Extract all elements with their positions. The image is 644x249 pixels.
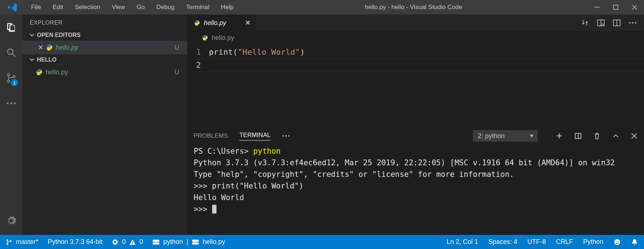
status-indent[interactable]: Spaces: 4 (488, 238, 517, 246)
svg-point-35 (618, 241, 619, 242)
svg-point-2 (8, 49, 13, 54)
svg-point-6 (13, 75, 15, 78)
compare-changes-icon[interactable] (581, 19, 589, 27)
python-file-icon (35, 69, 43, 76)
open-editors-section[interactable]: OPEN EDITORS (22, 30, 187, 41)
settings-gear-icon[interactable] (4, 213, 19, 228)
terminal-select[interactable]: 2: python (473, 130, 538, 142)
open-editor-item[interactable]: ✕ hello.py U (22, 41, 187, 54)
svg-point-33 (614, 239, 620, 245)
status-kernel[interactable]: python | hello.py (152, 238, 225, 246)
editor-tabs: hello.py ✕ (187, 14, 644, 31)
menu-file[interactable]: File (25, 0, 47, 14)
token-string: "Hello World" (237, 47, 300, 57)
menu-edit[interactable]: Edit (47, 0, 69, 14)
panel-tabs: PROBLEMS TERMINAL 2: python (187, 128, 644, 144)
window-controls (588, 0, 644, 14)
file-tree-filename: hello.py (46, 69, 68, 76)
explorer-icon[interactable] (4, 20, 19, 35)
python-file-icon (46, 44, 53, 51)
source-control-icon[interactable]: 1 (4, 70, 19, 86)
svg-point-24 (7, 243, 8, 244)
svg-point-9 (14, 102, 16, 104)
status-sep: | (186, 238, 188, 246)
maximize-panel-icon[interactable] (612, 132, 619, 140)
svg-point-16 (632, 22, 634, 24)
close-button[interactable] (625, 0, 644, 14)
open-changes-icon[interactable] (597, 19, 605, 27)
terminal-selector[interactable]: 2: python (473, 130, 538, 142)
editor-tab[interactable]: hello.py ✕ (187, 14, 256, 31)
svg-rect-31 (192, 240, 199, 242)
panel-more-icon[interactable] (282, 135, 290, 137)
menu-bar: File Edit Selection View Go Debug Termin… (25, 0, 239, 14)
panel-tab-terminal[interactable]: TERMINAL (239, 132, 270, 141)
status-interpreter[interactable]: Python 3.7.3 64-bit (48, 238, 102, 246)
svg-rect-32 (192, 242, 199, 244)
status-eol[interactable]: CRLF (556, 238, 573, 246)
menu-go[interactable]: Go (131, 0, 151, 14)
more-actions-icon[interactable] (629, 22, 637, 24)
code-editor[interactable]: 1 2 print("Hello World") (187, 44, 644, 128)
status-cursor-pos[interactable]: Ln 2, Col 1 (447, 238, 478, 246)
status-problems[interactable]: 0 0 (112, 238, 143, 246)
open-editors-label: OPEN EDITORS (37, 32, 81, 38)
editor-tab-label: hello.py (204, 19, 226, 27)
notifications-bell-icon[interactable] (631, 238, 638, 246)
menu-view[interactable]: View (106, 0, 131, 14)
terminal-cursor (212, 205, 216, 213)
svg-rect-28 (132, 243, 133, 244)
status-bar: master* Python 3.7.3 64-bit 0 0 python |… (0, 235, 644, 249)
chevron-down-icon (30, 58, 34, 62)
title-bar: File Edit Selection View Go Debug Termin… (0, 0, 644, 14)
close-editor-icon[interactable]: ✕ (35, 43, 46, 51)
python-file-icon (194, 20, 200, 26)
new-terminal-icon[interactable] (556, 132, 563, 140)
split-terminal-icon[interactable] (574, 132, 582, 140)
svg-point-19 (285, 135, 287, 137)
panel-tab-problems[interactable]: PROBLEMS (194, 132, 228, 140)
status-language[interactable]: Python (583, 238, 603, 246)
svg-point-15 (629, 22, 631, 24)
menu-terminal[interactable]: Terminal (180, 0, 215, 14)
breadcrumb-label: hello.py (212, 34, 234, 42)
server-icon (152, 239, 160, 245)
feedback-smiley-icon[interactable] (614, 238, 621, 246)
maximize-button[interactable] (606, 0, 625, 14)
warning-icon (129, 239, 136, 245)
close-tab-icon[interactable]: ✕ (245, 19, 251, 27)
terminal-output[interactable]: PS C:\Users> python Python 3.7.3 (v3.7.3… (187, 144, 644, 235)
status-kernel-label: python (163, 238, 183, 246)
menu-help[interactable]: Help (215, 0, 239, 14)
breadcrumb[interactable]: hello.py (187, 31, 644, 44)
error-icon (112, 239, 118, 245)
status-branch[interactable]: master* (6, 238, 38, 246)
activity-bar: 1 (0, 14, 22, 235)
kill-terminal-icon[interactable] (593, 132, 601, 140)
more-icon[interactable] (4, 96, 19, 111)
minimize-button[interactable] (588, 0, 606, 14)
terminal-line: >>> (194, 205, 212, 213)
explorer-heading: EXPLORER (22, 14, 187, 30)
status-branch-label: master* (16, 238, 38, 246)
bottom-panel: PROBLEMS TERMINAL 2: python PS C:\Users>… (187, 128, 644, 235)
split-editor-icon[interactable] (613, 19, 621, 27)
editor-actions (581, 14, 644, 31)
status-encoding[interactable]: UTF-8 (527, 238, 546, 246)
search-icon[interactable] (4, 45, 19, 60)
svg-point-7 (7, 102, 8, 104)
open-editor-filename: hello.py (56, 44, 78, 51)
svg-point-34 (616, 241, 617, 242)
token-punct: ) (300, 47, 305, 57)
menu-selection[interactable]: Selection (69, 0, 106, 14)
close-panel-icon[interactable] (631, 133, 637, 139)
status-kernel-file: hello.py (203, 238, 225, 246)
svg-point-23 (7, 240, 8, 241)
folder-section[interactable]: HELLO (22, 54, 187, 65)
file-tree-item[interactable]: hello.py U (22, 65, 187, 79)
code-content[interactable]: print("Hello World") (209, 44, 644, 128)
chevron-down-icon (30, 33, 34, 37)
svg-point-18 (282, 135, 284, 137)
menu-debug[interactable]: Debug (151, 0, 180, 14)
terminal-prompt: PS C:\Users> (194, 147, 253, 155)
